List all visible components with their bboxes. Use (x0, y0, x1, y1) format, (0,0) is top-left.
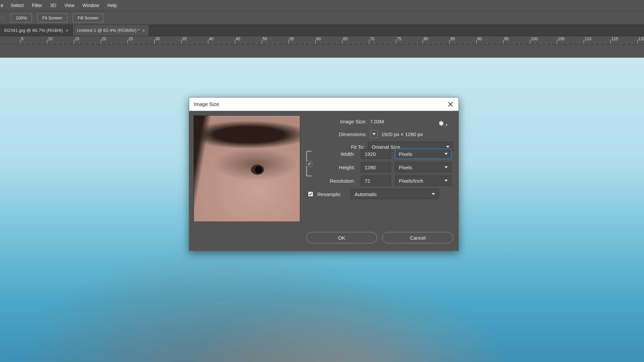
image-size-label: Image Size: (306, 119, 370, 124)
options-bar: 100% Fit Screen Fill Screen (0, 11, 644, 25)
image-size-dialog: Image Size Image Size: 7.03M Dimensions:… (189, 97, 459, 251)
resample-checkbox[interactable] (308, 191, 313, 197)
dialog-title: Image Size (194, 101, 219, 107)
link-icon (306, 161, 312, 167)
ok-button[interactable]: OK (306, 232, 377, 243)
menu-item-window[interactable]: Window (78, 1, 103, 10)
cancel-button[interactable]: Cancel (382, 232, 453, 243)
menu-item-filter[interactable]: Filter (28, 1, 46, 10)
constrain-proportions[interactable] (306, 149, 318, 178)
chevron-down-icon (432, 193, 435, 195)
height-label: Height: (319, 165, 357, 170)
height-input[interactable]: 1280 (361, 162, 391, 172)
image-preview[interactable] (194, 115, 300, 222)
document-tab-strip: I02341.jpg @ 66.7% (RGB/8) × Untitled-1 … (0, 25, 644, 36)
close-icon[interactable]: × (142, 28, 145, 33)
horizontal-ruler[interactable]: 5101520253035404550556065707580859095100… (0, 36, 644, 44)
menu-item-3d[interactable]: 3D (46, 1, 60, 10)
preview-graphic (194, 116, 300, 222)
app-menu-bar: e Select Filter 3D View Window Help (0, 0, 644, 11)
doc-tab-2[interactable]: Untitled-1 @ 62.4% (RGB/8#) * × (73, 25, 149, 36)
resolution-label: Resolution: (319, 178, 357, 184)
dialog-body: Image Size: 7.03M Dimensions: 1920 px × … (189, 111, 459, 251)
options-drag-handle[interactable] (1, 14, 4, 21)
doc-tab-1-label: I02341.jpg @ 66.7% (RGB/8) (4, 28, 63, 33)
menu-item-help[interactable]: Help (103, 1, 121, 10)
zoom-100-button[interactable]: 100% (11, 13, 32, 22)
resample-label: Resample: (317, 191, 347, 197)
resample-method-select[interactable]: Automatic (351, 189, 439, 199)
resolution-unit-value: Pixels/Inch (399, 178, 423, 184)
height-unit-value: Pixels (399, 165, 412, 170)
height-unit-select[interactable]: Pixels (395, 162, 451, 172)
doc-tab-1[interactable]: I02341.jpg @ 66.7% (RGB/8) × (0, 25, 73, 36)
resolution-unit-select[interactable]: Pixels/Inch (395, 176, 451, 186)
dimensions-label: Dimensions: (306, 131, 370, 137)
image-size-value: 7.03M (370, 119, 384, 124)
width-unit-value: Pixels (399, 151, 412, 157)
width-unit-select[interactable]: Pixels (395, 149, 451, 159)
menu-item-partial-e[interactable]: e (0, 1, 7, 10)
dialog-titlebar[interactable]: Image Size (189, 98, 459, 111)
close-icon[interactable]: × (66, 28, 68, 33)
dimensions-value: 1920 px × 1280 px (381, 131, 423, 137)
width-input[interactable]: 1920 (361, 149, 391, 159)
gear-icon[interactable] (438, 120, 445, 126)
chevron-down-icon (444, 153, 448, 155)
chevron-down-icon (444, 166, 448, 168)
resolution-input[interactable]: 72 (361, 176, 391, 186)
fit-screen-button[interactable]: Fit Screen (37, 13, 67, 22)
fill-screen-button[interactable]: Fill Screen (73, 13, 103, 22)
menu-item-view[interactable]: View (60, 1, 78, 10)
chevron-down-icon (444, 180, 448, 182)
width-label: Width: (319, 151, 357, 157)
chevron-down-icon (372, 133, 376, 135)
menu-item-select[interactable]: Select (7, 1, 28, 10)
doc-tab-2-label: Untitled-1 @ 62.4% (RGB/8#) * (77, 28, 140, 33)
resample-method-value: Automatic (355, 191, 377, 197)
close-icon[interactable] (447, 101, 454, 108)
dimensions-unit-dropdown[interactable] (370, 130, 378, 138)
